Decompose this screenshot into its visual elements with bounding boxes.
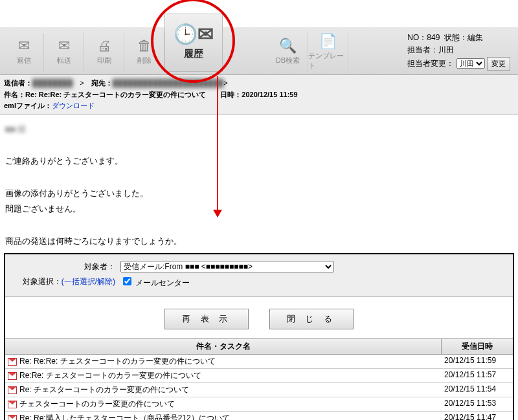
history-table: 件名・タスク名 受信日時 Re: Re:Re: チェスターコートのカラー変更の件… [5, 338, 513, 420]
bulk-select-link[interactable]: (一括選択/解除) [62, 277, 115, 286]
change-button[interactable]: 変更 [487, 57, 510, 71]
message-meta: 送信者：████████ > 宛先：██████████████████████… [0, 75, 518, 115]
mail-icon [8, 415, 17, 420]
target-select[interactable]: 受信メール:From ■■■ <■■■■■■■■■> [120, 261, 334, 272]
dbsearch-button[interactable]: 🔍DB検索 [268, 33, 308, 72]
reply-button[interactable]: ✉返信 [4, 33, 44, 72]
trash-icon: 🗑 [137, 39, 152, 53]
close-button[interactable]: 閉 じ る [269, 309, 354, 329]
clock-mail-icon: 🕒✉ [174, 25, 214, 44]
forward-icon: ✉ [58, 39, 70, 53]
template-icon: 📄 [319, 34, 337, 49]
history-panel: 対象者： 受信メール:From ■■■ <■■■■■■■■■> 対象選択：(一括… [4, 253, 514, 420]
redisplay-button[interactable]: 再 表 示 [164, 309, 249, 329]
printer-icon: 🖨 [97, 39, 111, 53]
print-button[interactable]: 🖨印刷 [84, 33, 124, 72]
table-row[interactable]: チェスターコートのカラー変更の件について20/12/15 11:53 [5, 397, 513, 412]
spacer-button [223, 33, 268, 72]
mail-icon [8, 386, 17, 394]
mailcenter-checkbox[interactable]: メールセンター [120, 275, 190, 289]
main-toolbar: ✉返信 ✉転送 🖨印刷 🗑削除 🕒✉ 履歴 🔍DB検索 📄テンプレート NO：8… [0, 27, 518, 75]
message-body: ■■ 様 ご連絡ありがとうございます。 画像の添付ありがとうございました。 問題… [0, 115, 518, 252]
template-button[interactable]: 📄テンプレート [308, 33, 348, 72]
header-info: NO：849 状態：編集 担当者：川田 担当者変更： 川田 変更 [403, 30, 514, 74]
mail-icon [8, 401, 17, 408]
delete-button[interactable]: 🗑削除 [124, 33, 164, 72]
assignee-select[interactable]: 川田 [456, 58, 485, 69]
mail-icon [8, 372, 17, 380]
history-button[interactable]: 🕒✉ 履歴 [164, 14, 223, 72]
table-row[interactable]: Re: Re:Re: チェスターコートのカラー変更の件について20/12/15 … [5, 355, 513, 369]
table-row[interactable]: Re: Re:購入したチェスターコート（商品番号212）について20/12/15… [5, 412, 513, 420]
search-icon: 🔍 [279, 39, 297, 53]
mail-icon [8, 358, 17, 366]
table-row[interactable]: Re:Re: チェスターコートのカラー変更の件について20/12/15 11:5… [5, 369, 513, 383]
forward-button[interactable]: ✉転送 [44, 33, 84, 72]
eml-download-link[interactable]: ダウンロード [52, 102, 95, 109]
table-row[interactable]: Re: チェスターコートのカラー変更の件について20/12/15 11:54 [5, 383, 513, 397]
reply-icon: ✉ [18, 39, 30, 53]
